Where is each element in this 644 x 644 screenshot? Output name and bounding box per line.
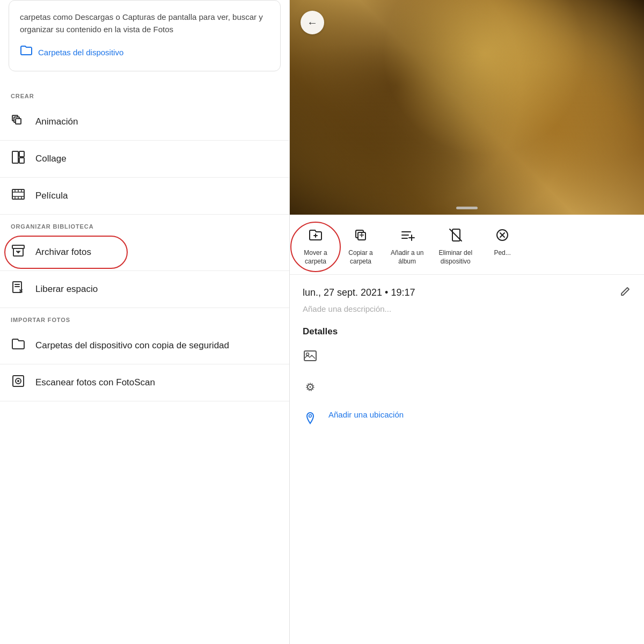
archivar-label: Archivar fotos xyxy=(35,247,91,258)
menu-item-liberar[interactable]: Liberar espacio xyxy=(0,271,289,308)
location-icon xyxy=(303,411,318,428)
scan-icon xyxy=(11,374,26,391)
description-placeholder[interactable]: Añade una descripción... xyxy=(303,304,631,313)
liberar-label: Liberar espacio xyxy=(35,284,98,295)
action-bar: Mover acarpeta Copiar acarpeta xyxy=(290,215,644,275)
menu-item-animacion[interactable]: Animación xyxy=(0,104,289,141)
photo-area: ← xyxy=(290,0,644,215)
drag-handle xyxy=(456,207,478,209)
photo-date-row: lun., 27 sept. 2021 • 19:17 xyxy=(303,286,631,300)
menu-item-pelicula[interactable]: Película xyxy=(0,178,289,215)
menu-item-collage[interactable]: Collage xyxy=(0,141,289,178)
action-btn-eliminar-dispositivo[interactable]: Eliminar deldispositivo xyxy=(432,223,479,270)
menu-item-carpetas-copia[interactable]: Carpetas del dispositivo con copia de se… xyxy=(0,327,289,364)
svg-rect-3 xyxy=(12,151,18,163)
svg-point-51 xyxy=(309,415,312,418)
detail-row-camera xyxy=(303,379,631,397)
importar-section-label: IMPORTAR FOTOS xyxy=(0,308,289,327)
back-button[interactable]: ← xyxy=(301,11,324,34)
eliminar-dispositivo-label: Eliminar deldispositivo xyxy=(438,249,472,266)
free-space-icon xyxy=(11,281,26,298)
svg-rect-38 xyxy=(304,351,316,361)
action-btn-ped[interactable]: Ped... xyxy=(481,223,524,270)
action-btn-anadir-album[interactable]: Añadir a unálbum xyxy=(384,223,430,270)
svg-point-41 xyxy=(310,386,311,388)
details-title: Detalles xyxy=(303,326,631,337)
right-panel: ← Mover acarpeta xyxy=(290,0,644,644)
folder-blue-icon xyxy=(20,44,33,60)
svg-line-49 xyxy=(308,389,309,390)
detail-row-image xyxy=(303,348,631,366)
back-arrow-icon: ← xyxy=(307,17,318,29)
mover-carpeta-wrapper: Mover acarpeta xyxy=(294,223,337,270)
archive-icon xyxy=(11,244,26,261)
animacion-label: Animación xyxy=(35,116,78,127)
photo-date: lun., 27 sept. 2021 • 19:17 xyxy=(303,287,415,298)
svg-point-23 xyxy=(17,380,19,382)
action-btn-mover-carpeta[interactable]: Mover acarpeta xyxy=(294,223,337,270)
svg-line-46 xyxy=(308,385,309,386)
movie-icon xyxy=(11,187,26,204)
svg-rect-4 xyxy=(19,151,24,157)
collage-icon xyxy=(11,150,26,167)
organizar-section-label: ORGANIZAR BIBLIOTECA xyxy=(0,215,289,234)
mover-carpeta-label: Mover acarpeta xyxy=(304,249,327,266)
copiar-carpeta-label: Copiar acarpeta xyxy=(348,249,372,266)
svg-line-48 xyxy=(312,385,313,386)
action-btn-copiar-carpeta[interactable]: Copiar acarpeta xyxy=(339,223,382,270)
info-card: carpetas como Descargas o Capturas de pa… xyxy=(9,0,281,71)
svg-line-47 xyxy=(312,389,313,390)
animation-icon xyxy=(11,113,26,130)
copy-folder-icon xyxy=(353,228,368,246)
ped-label: Ped... xyxy=(494,249,510,258)
svg-rect-5 xyxy=(19,158,24,163)
ped-icon xyxy=(495,228,510,246)
folder-import-icon xyxy=(11,337,26,354)
location-link[interactable]: Añadir una ubicación xyxy=(328,410,404,419)
svg-rect-2 xyxy=(16,119,21,124)
menu-item-archivar[interactable]: Archivar fotos xyxy=(0,234,289,271)
carpetas-dispositivo-link[interactable]: Carpetas del dispositivo xyxy=(20,44,269,60)
menu-item-fotoscan[interactable]: Escanear fotos con FotoScan xyxy=(0,364,289,401)
collage-label: Collage xyxy=(35,153,67,164)
info-card-text: carpetas como Descargas o Capturas de pa… xyxy=(20,11,269,35)
crear-section-label: CREAR xyxy=(0,84,289,104)
photo-image xyxy=(290,0,644,215)
no-phone-icon xyxy=(448,228,463,246)
anadir-album-label: Añadir a unálbum xyxy=(391,249,423,266)
details-section: lun., 27 sept. 2021 • 19:17 Añade una de… xyxy=(290,275,644,452)
carpetas-link-label[interactable]: Carpetas del dispositivo xyxy=(38,48,123,57)
pelicula-label: Película xyxy=(35,191,68,201)
carpetas-copia-label: Carpetas del dispositivo con copia de se… xyxy=(35,340,229,351)
folder-add-icon xyxy=(308,228,323,246)
left-panel: carpetas como Descargas o Capturas de pa… xyxy=(0,0,290,644)
add-album-icon xyxy=(400,228,415,246)
detail-row-location: Añadir una ubicación xyxy=(303,410,631,428)
edit-icon[interactable] xyxy=(619,286,631,300)
image-detail-icon xyxy=(303,349,318,366)
fotoscan-label: Escanear fotos con FotoScan xyxy=(35,377,155,388)
camera-detail-icon xyxy=(303,380,318,397)
